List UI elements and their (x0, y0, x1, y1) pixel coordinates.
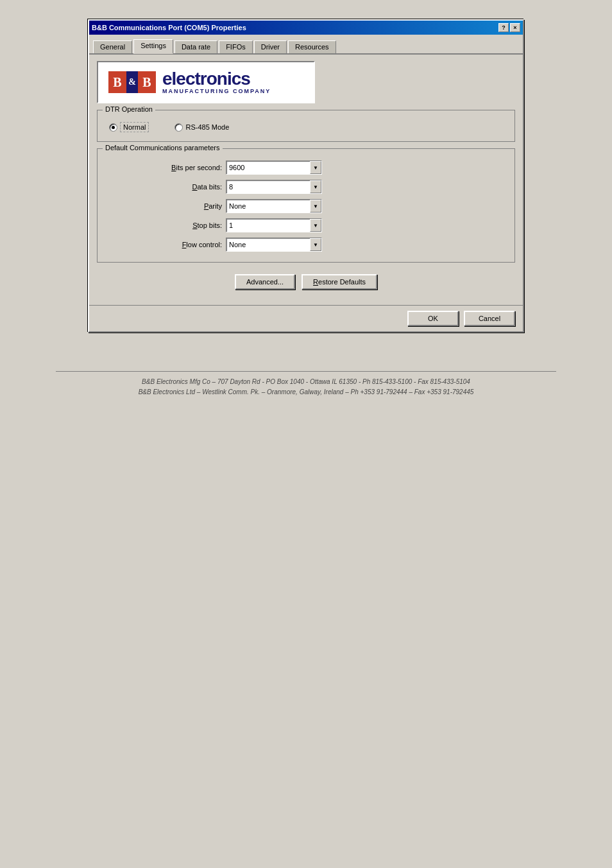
radio-rs485-label: RS-485 Mode (185, 123, 229, 131)
tab-driver[interactable]: Driver (254, 40, 287, 53)
logo-icon: B & B (108, 71, 156, 93)
radio-rs485-button[interactable] (174, 123, 183, 132)
ok-button[interactable]: OK (407, 311, 459, 326)
param-row-bps: Bits per second: 9600 ▼ (104, 159, 508, 176)
dropdown-databits-arrow[interactable]: ▼ (310, 180, 321, 193)
logo-text: electronics MANUFACTURING COMPANY (162, 70, 271, 94)
param-label-bps: Bits per second: (106, 164, 222, 171)
logo-manufacturing-text: MANUFACTURING COMPANY (162, 88, 271, 94)
dropdown-databits[interactable]: 8 ▼ (226, 180, 322, 194)
logo-area: B & B electronics MANUFACTURING COMPANY (97, 61, 315, 103)
tab-content: B & B electronics MANUFACTURING COMPANY … (89, 55, 523, 305)
advanced-button[interactable]: Advanced... (235, 274, 295, 290)
dtr-radio-row: Normal RS-485 Mode (104, 119, 508, 135)
param-label-parity: Parity (106, 202, 222, 210)
help-button[interactable]: ? (498, 23, 509, 32)
title-bar-controls: ? × (498, 23, 520, 32)
tab-data-rate[interactable]: Data rate (174, 40, 217, 53)
window-title: B&B Communications Port (COM5) Propertie… (92, 24, 246, 31)
tab-fifos[interactable]: FIFOs (219, 40, 253, 53)
bottom-bar: OK Cancel (89, 305, 523, 331)
tab-general[interactable]: General (93, 40, 132, 53)
dropdown-bps-value: 9600 (226, 162, 310, 173)
dropdown-stopbits-arrow[interactable]: ▼ (310, 219, 321, 232)
param-label-flowcontrol: Flow control: (106, 241, 222, 248)
tab-bar: General Settings Data rate FIFOs Driver … (89, 35, 523, 55)
dropdown-stopbits-value: 1 (226, 220, 310, 230)
dropdown-flowcontrol[interactable]: None ▼ (226, 238, 322, 252)
restore-defaults-button[interactable]: Restore Defaults (302, 274, 377, 290)
params-group-label: Default Communications parameters (103, 144, 223, 152)
title-bar: B&B Communications Port (COM5) Propertie… (89, 21, 523, 35)
dropdown-flowcontrol-arrow[interactable]: ▼ (310, 238, 321, 251)
param-label-databits: Data bits: (106, 183, 222, 191)
dropdown-flowcontrol-value: None (226, 239, 310, 250)
radio-rs485[interactable]: RS-485 Mode (174, 123, 229, 132)
dropdown-bps[interactable]: 9600 ▼ (226, 161, 322, 175)
footer-line1: B&B Electronics Mfg Co – 707 Dayton Rd -… (56, 377, 556, 387)
close-button[interactable]: × (510, 23, 520, 32)
dropdown-databits-value: 8 (226, 182, 310, 192)
footer: B&B Electronics Mfg Co – 707 Dayton Rd -… (56, 371, 556, 397)
dtr-group-label: DTR Operation (103, 105, 155, 113)
dropdown-stopbits[interactable]: 1 ▼ (226, 218, 322, 232)
param-row-databits: Data bits: 8 ▼ (104, 178, 508, 195)
logo-ampersand: & (126, 71, 138, 93)
param-row-stopbits: Stop bits: 1 ▼ (104, 217, 508, 234)
cancel-button[interactable]: Cancel (464, 311, 515, 326)
tab-settings[interactable]: Settings (133, 39, 173, 54)
footer-line2: B&B Electronics Ltd – Westlink Comm. Pk.… (56, 387, 556, 397)
logo-b-left: B (108, 71, 126, 93)
param-row-parity: Parity None ▼ (104, 198, 508, 214)
param-row-flowcontrol: Flow control: None ▼ (104, 236, 508, 253)
radio-normal-button[interactable] (109, 123, 117, 132)
dropdown-parity[interactable]: None ▼ (226, 199, 322, 213)
logo-container: B & B electronics MANUFACTURING COMPANY (108, 70, 271, 94)
radio-normal-dot (112, 126, 115, 129)
logo-electronics-text: electronics (162, 70, 271, 88)
radio-normal[interactable]: Normal (109, 122, 149, 132)
dropdown-bps-arrow[interactable]: ▼ (310, 161, 321, 174)
radio-normal-label: Normal (120, 122, 149, 132)
tab-resources[interactable]: Resources (288, 40, 336, 53)
dropdown-parity-arrow[interactable]: ▼ (310, 200, 321, 213)
param-label-stopbits: Stop bits: (106, 221, 222, 229)
logo-b-right: B (138, 71, 156, 93)
dtr-operation-group: DTR Operation Normal RS-485 Mode (97, 110, 515, 142)
params-group: Default Communications parameters Bits p… (97, 148, 515, 263)
dropdown-parity-value: None (226, 201, 310, 211)
advanced-buttons-row: Advanced... Restore Defaults (97, 269, 515, 295)
properties-window: B&B Communications Port (COM5) Propertie… (88, 19, 524, 333)
